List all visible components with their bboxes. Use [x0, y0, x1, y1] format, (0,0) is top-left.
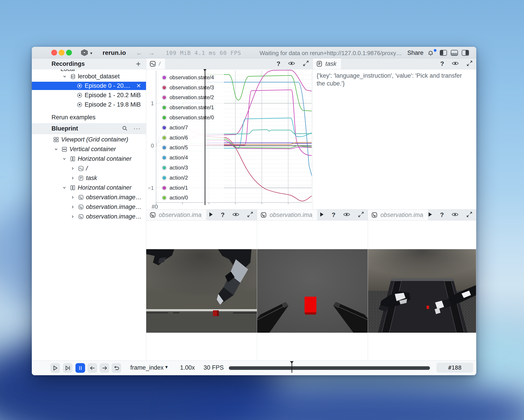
timeseries-plot[interactable]: 10−1#0 observation.state/4observation.st… [146, 70, 313, 209]
expand-panel-icon[interactable] [466, 211, 472, 219]
sidebar-item-lerobot-dataset[interactable]: lerobot_dataset [32, 72, 146, 81]
chevron-down-icon[interactable] [60, 157, 69, 161]
zoom-window-button[interactable] [66, 50, 72, 55]
chevron-down-icon[interactable] [61, 75, 69, 78]
play-button[interactable] [50, 363, 60, 373]
timeline-scrubber[interactable] [229, 366, 430, 370]
blueprint-item-horizontal-container[interactable]: Horizontal container [32, 155, 146, 163]
image-tab[interactable]: observation.images [146, 210, 206, 220]
legend-item[interactable]: action/0 [157, 193, 224, 203]
legend-item[interactable]: action/7 [157, 123, 224, 133]
legend-label: observation.state/0 [169, 115, 214, 121]
camera-image-top-view[interactable] [368, 249, 476, 333]
rerun-examples-item[interactable]: Rerun examples [32, 110, 146, 123]
legend-item[interactable]: action/2 [157, 173, 224, 183]
add-recording-button[interactable]: + [136, 59, 141, 69]
notifications-bell-icon[interactable] [427, 50, 434, 57]
play-icon[interactable] [209, 212, 213, 218]
legend-item[interactable]: observation.state/4 [157, 72, 224, 83]
timeline-dropdown-caret-icon[interactable]: ▼ [164, 365, 169, 370]
share-button[interactable]: Share [407, 50, 423, 56]
episode-item-0[interactable]: Episode 0 - 20....✕ [32, 82, 146, 90]
legend-item[interactable]: observation.state/1 [157, 103, 224, 113]
play-icon[interactable] [428, 212, 432, 218]
blueprint-item-vertical-container[interactable]: Vertical container [32, 145, 146, 153]
close-icon[interactable]: ✕ [136, 82, 141, 89]
blueprint-item-observation-image-[interactable]: observation.image… [32, 203, 146, 211]
timeline-selector[interactable]: frame_index [130, 364, 164, 371]
chevron-right-icon[interactable] [69, 215, 77, 219]
blueprint-item-label: task [86, 175, 97, 182]
time-cursor[interactable] [205, 70, 206, 205]
app-title: rerun.io [103, 49, 126, 56]
chevron-down-icon[interactable] [60, 186, 69, 190]
minimize-window-button[interactable] [59, 50, 64, 55]
expand-panel-icon[interactable] [247, 211, 253, 219]
help-icon[interactable]: ? [221, 211, 225, 219]
pause-button[interactable] [76, 363, 85, 373]
expand-panel-icon[interactable] [466, 60, 473, 67]
camera-image-side-view[interactable] [146, 249, 257, 333]
toggle-right-panel-button[interactable] [462, 50, 469, 56]
expand-panel-icon[interactable] [303, 60, 309, 67]
blueprint-item--[interactable]: / [32, 164, 146, 173]
close-window-button[interactable] [51, 50, 57, 55]
episode-label: Episode 0 - 20.... [85, 82, 130, 89]
legend-item[interactable]: observation.state/3 [157, 83, 224, 93]
chevron-right-icon[interactable] [69, 176, 77, 180]
toggle-left-panel-button[interactable] [440, 50, 447, 56]
step-back-button[interactable] [87, 363, 97, 373]
toggle-bottom-panel-button[interactable] [451, 50, 458, 56]
scrubber-cursor[interactable] [292, 362, 292, 373]
chevron-right-icon[interactable] [69, 195, 77, 199]
task-tab[interactable]: task [313, 58, 341, 69]
visibility-eye-icon[interactable] [343, 212, 350, 218]
chevron-right-icon[interactable] [69, 205, 77, 209]
logo-dropdown-caret-icon[interactable]: ▼ [90, 51, 93, 55]
visibility-eye-icon[interactable] [452, 61, 459, 67]
rerun-logo-icon[interactable] [81, 49, 88, 57]
more-options-icon[interactable]: ··· [133, 125, 141, 132]
timeseries-icon [149, 61, 156, 67]
legend-item[interactable]: observation.state/0 [157, 113, 224, 123]
blueprint-item-viewport-grid-container-[interactable]: Viewport (Grid container) [32, 135, 146, 144]
playback-fps[interactable]: 30 FPS [204, 364, 224, 371]
loop-button[interactable] [112, 363, 121, 373]
legend-item[interactable]: action/5 [157, 143, 224, 153]
search-icon[interactable] [122, 125, 128, 132]
play-icon[interactable] [320, 212, 324, 218]
image-tab[interactable]: observation.images [257, 210, 317, 220]
episode-item-1[interactable]: Episode 1 - 20.2 MiB [32, 91, 146, 99]
help-icon[interactable]: ? [440, 211, 444, 219]
legend-item[interactable]: action/1 [157, 183, 224, 193]
visibility-eye-icon[interactable] [232, 212, 239, 218]
legend-label: observation.state/1 [169, 105, 214, 111]
legend-item[interactable]: action/4 [157, 153, 224, 163]
help-icon[interactable]: ? [440, 60, 444, 67]
blueprint-item-observation-image-[interactable]: observation.image… [32, 193, 146, 201]
chevron-right-icon[interactable] [69, 166, 77, 170]
expand-panel-icon[interactable] [358, 211, 364, 219]
step-forward-button[interactable] [100, 363, 109, 373]
blueprint-item-task[interactable]: task [32, 174, 146, 182]
help-icon[interactable]: ? [277, 60, 280, 67]
visibility-eye-icon[interactable] [451, 212, 459, 218]
episode-item-2[interactable]: Episode 2 - 19.8 MiB [32, 101, 146, 109]
blueprint-item-observation-image-[interactable]: observation.image… [32, 212, 146, 221]
blueprint-item-horizontal-container[interactable]: Horizontal container [32, 184, 146, 192]
help-icon[interactable]: ? [332, 211, 335, 219]
legend-item[interactable]: action/6 [157, 133, 224, 143]
blueprint-item-label: Horizontal container [78, 155, 131, 162]
timeseries-tab[interactable]: / [146, 58, 165, 69]
step-to-end-button[interactable] [63, 363, 73, 373]
legend-item[interactable]: observation.state/2 [157, 93, 224, 103]
timeseries-tab-label: / [159, 61, 161, 67]
playback-speed[interactable]: 1.00x [180, 364, 195, 371]
history-forward-button[interactable]: → [148, 50, 155, 57]
camera-image-gripper-view[interactable] [257, 249, 368, 333]
image-tab[interactable]: observation.images [368, 210, 428, 220]
history-back-button[interactable]: ← [136, 50, 142, 57]
chevron-down-icon[interactable] [52, 147, 60, 151]
visibility-eye-icon[interactable] [288, 61, 295, 67]
legend-item[interactable]: action/3 [157, 163, 224, 173]
